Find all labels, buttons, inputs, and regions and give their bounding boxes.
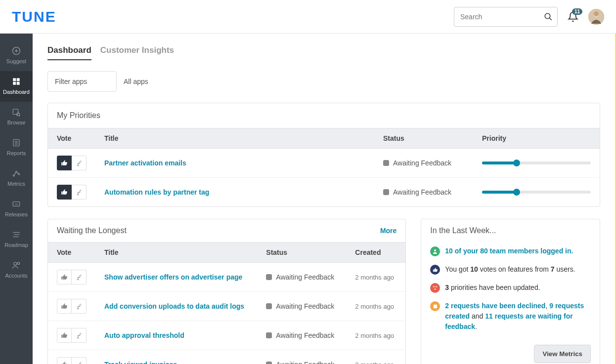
request-icon — [430, 301, 440, 311]
row-title-link[interactable]: Show advertiser offers on advertiser pag… — [104, 273, 242, 281]
svg-line-1 — [549, 18, 552, 20]
sidebar-item-label: Metrics — [0, 181, 33, 187]
sidebar-item-label: Releases — [0, 211, 33, 217]
row-title-link[interactable]: Auto approval threshold — [104, 331, 184, 339]
logo: TUNE — [12, 8, 56, 25]
roadmap-icon — [0, 229, 33, 240]
sidebar-item-accounts[interactable]: Accounts — [0, 255, 33, 285]
priority-slider[interactable] — [482, 162, 591, 164]
snooze-icon: zzz — [77, 189, 81, 196]
card-title: In the Last Week... — [430, 226, 496, 235]
sidebar-item-dashboard[interactable]: Dashboard — [0, 71, 33, 102]
svg-rect-9 — [17, 78, 20, 81]
sidebar-item-metrics[interactable]: Metrics — [0, 163, 33, 194]
svg-rect-10 — [13, 82, 16, 85]
row-title-link[interactable]: Add conversion uploads to data audit log… — [104, 302, 244, 310]
waiting-longest-card: Waiting the Longest More Vote Title Stat… — [47, 219, 406, 364]
text: and — [470, 312, 485, 320]
topbar: TUNE 11 — [0, 0, 616, 34]
status-text: Awaiting Feedback — [393, 188, 451, 196]
snooze-button[interactable]: zzz — [72, 299, 87, 314]
tab-dashboard[interactable]: Dashboard — [47, 45, 91, 60]
priority-slider[interactable] — [482, 191, 591, 194]
users-count: 7 — [551, 265, 555, 273]
search-icon[interactable] — [544, 12, 553, 21]
grid-icon — [0, 76, 33, 87]
vote-up-button[interactable] — [57, 328, 72, 343]
sidebar: Suggest Dashboard Browse Reports Metrics… — [0, 34, 33, 364]
sidebar-item-roadmap[interactable]: Roadmap — [0, 224, 33, 255]
snooze-icon: zzz — [77, 332, 81, 339]
last-week-card: In the Last Week... 10 of your 80 team m… — [421, 219, 600, 364]
week-item-logins: 10 of your 80 team members logged in. — [430, 242, 591, 260]
svg-line-14 — [19, 116, 20, 117]
page-tabs: Dashboard Customer Insights — [47, 45, 600, 60]
vote-up-button[interactable] — [57, 270, 72, 284]
week-item-priorities: 3 priorities have been updated. — [430, 279, 591, 297]
sidebar-item-releases[interactable]: Releases — [0, 194, 33, 224]
text: users. — [555, 265, 575, 273]
snooze-button[interactable]: zzz — [72, 270, 87, 284]
filter-apps-dropdown[interactable]: Filter apps — [47, 71, 117, 92]
sidebar-item-label: Reports — [0, 150, 33, 156]
my-priorities-card: My Priorities Vote Title Status Priority… — [47, 103, 600, 207]
table-row: zzzAuto approval thresholdAwaiting Feedb… — [48, 321, 405, 350]
sidebar-item-browse[interactable]: Browse — [0, 102, 33, 132]
snooze-icon: zzz — [77, 274, 81, 281]
status-text: Awaiting Feedback — [393, 159, 451, 167]
row-title-link[interactable]: Automation rules by partner tag — [104, 188, 209, 196]
sidebar-item-label: Accounts — [0, 273, 33, 279]
vote-up-button[interactable] — [57, 156, 72, 170]
col-title: Title — [95, 128, 374, 149]
svg-rect-32 — [434, 304, 437, 308]
table-row: zzzAdd conversion uploads to data audit … — [48, 292, 405, 321]
svg-point-30 — [436, 286, 438, 287]
declined-link[interactable]: 2 requests have been declined — [445, 302, 545, 310]
table-row: zzzAutomation rules by partner tagAwaiti… — [48, 178, 600, 207]
status-dot — [266, 274, 272, 280]
avatar[interactable] — [588, 9, 604, 25]
table-row: zzzTrack viewed invoicesAwaiting Feedbac… — [48, 350, 405, 364]
notification-count: 11 — [572, 8, 582, 15]
card-title: Waiting the Longest — [57, 226, 127, 235]
tab-customer-insights[interactable]: Customer Insights — [100, 45, 174, 60]
vote-up-button[interactable] — [57, 357, 72, 364]
svg-rect-12 — [13, 109, 18, 115]
svg-rect-8 — [13, 78, 16, 81]
status-dot — [266, 332, 272, 338]
snooze-button[interactable]: zzz — [72, 185, 87, 200]
snooze-button[interactable]: zzz — [72, 156, 87, 170]
sidebar-item-label: Dashboard — [0, 89, 33, 95]
table-row: zzzShow advertiser offers on advertiser … — [48, 263, 405, 292]
text: . — [475, 323, 477, 330]
snooze-button[interactable]: zzz — [72, 328, 87, 343]
priorities-table: Vote Title Status Priority zzzPartner ac… — [48, 128, 600, 206]
vote-up-button[interactable] — [57, 185, 72, 200]
login-link[interactable]: 10 of your 80 team members logged in. — [445, 247, 573, 255]
vote-up-button[interactable] — [57, 299, 72, 314]
row-title-link[interactable]: Partner activation emails — [104, 159, 186, 167]
snooze-icon: zzz — [77, 361, 81, 364]
search-input[interactable] — [454, 7, 558, 27]
sidebar-item-suggest[interactable]: Suggest — [0, 40, 33, 71]
col-created: Created — [346, 243, 405, 263]
svg-point-26 — [14, 262, 17, 265]
text: You got — [445, 265, 470, 273]
releases-icon — [0, 199, 33, 209]
sidebar-item-label: Browse — [0, 120, 33, 125]
snooze-button[interactable]: zzz — [72, 357, 87, 364]
votes-count: 10 — [470, 265, 478, 273]
view-metrics-button[interactable]: View Metrics — [534, 345, 591, 363]
svg-rect-22 — [13, 202, 20, 206]
snooze-icon: zzz — [77, 303, 81, 310]
row-title-link[interactable]: Track viewed invoices — [104, 361, 177, 364]
user-icon — [430, 246, 440, 256]
all-apps-label: All apps — [124, 78, 148, 85]
notification-bell[interactable]: 11 — [568, 11, 578, 22]
more-link[interactable]: More — [380, 227, 396, 235]
sidebar-item-reports[interactable]: Reports — [0, 132, 33, 163]
status-text: Awaiting Feedback — [276, 361, 334, 364]
main-content: Dashboard Customer Insights Filter apps … — [33, 34, 616, 364]
svg-rect-11 — [17, 82, 20, 85]
snooze-icon: zzz — [77, 160, 81, 167]
